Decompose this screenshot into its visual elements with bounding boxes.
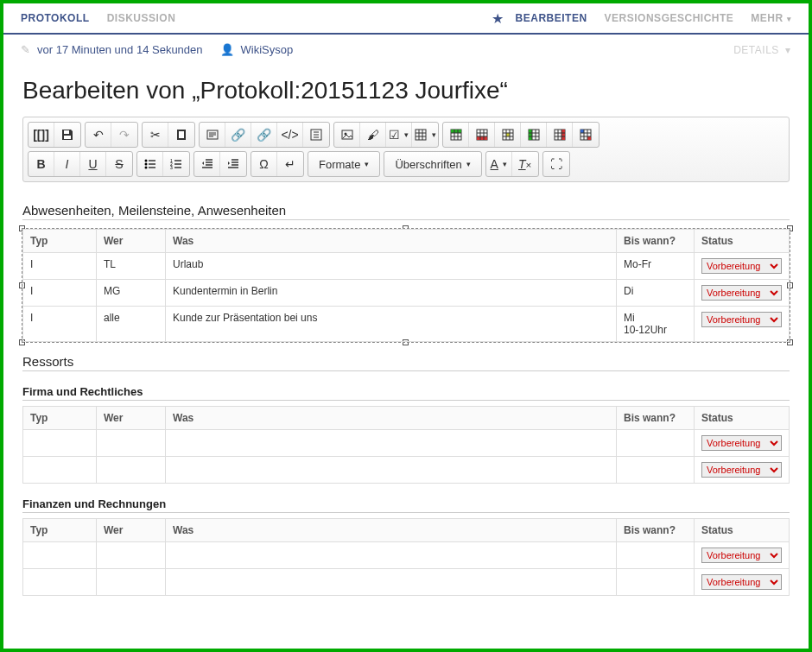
table-firma[interactable]: Typ Wer Was Bis wann? Status Vorbereitun… <box>22 406 790 484</box>
save-button[interactable] <box>54 123 80 147</box>
table-row: Vorbereitung <box>23 457 790 484</box>
number-list-button[interactable]: 123 <box>163 152 189 176</box>
svg-rect-1 <box>64 136 71 139</box>
svg-rect-12 <box>477 136 487 140</box>
checkbox-button[interactable]: ☑▾ <box>386 123 412 147</box>
undo-button[interactable]: ↶ <box>86 123 111 147</box>
indent-button[interactable] <box>220 152 246 176</box>
table-button[interactable]: ▾ <box>412 123 438 147</box>
italic-button[interactable]: I <box>54 152 80 176</box>
special-char-button[interactable]: Ω <box>251 152 277 176</box>
section-heading-firma: Firma und Rechtliches <box>22 385 790 401</box>
svg-rect-16 <box>529 130 532 140</box>
last-edit-time: vor 17 Minuten und 14 Sekunden <box>37 43 203 56</box>
svg-text:3: 3 <box>170 165 173 170</box>
status-select[interactable]: Vorbereitung <box>701 462 782 478</box>
table-row[interactable]: IMGKundentermin in BerlinDiVorbereitung <box>23 280 790 307</box>
svg-rect-8 <box>416 130 426 140</box>
tab-bearbeiten[interactable]: BEARBEITEN <box>507 12 596 24</box>
table-row[interactable]: IalleKunde zur Präsentation bei unsMi 10… <box>23 307 790 342</box>
svg-point-22 <box>144 160 147 162</box>
bullet-list-button[interactable] <box>137 152 163 176</box>
status-select[interactable]: Vorbereitung <box>701 312 782 327</box>
svg-rect-18 <box>561 130 565 140</box>
image-button[interactable] <box>334 123 360 147</box>
meta-bar: ✎ vor 17 Minuten und 14 Sekunden 👤 WikiS… <box>3 35 809 65</box>
editor-body[interactable]: Abwesenheiten, Meilensteine, Anwesenheit… <box>3 182 809 605</box>
avatar-icon: 👤 <box>220 43 234 56</box>
status-select[interactable]: Vorbereitung <box>701 548 782 563</box>
link-button[interactable]: 🔗 <box>225 123 251 147</box>
svg-point-23 <box>144 163 147 166</box>
section-heading-finanzen: Finanzen und Rechnungen <box>22 497 790 513</box>
svg-rect-10 <box>451 130 461 133</box>
svg-rect-3 <box>179 131 184 138</box>
outdent-button[interactable] <box>194 152 220 176</box>
source-button[interactable]: [[]] <box>29 123 54 147</box>
clear-format-button[interactable]: T× <box>512 152 538 176</box>
unlink-button[interactable]: 🔗 <box>251 123 277 147</box>
th-was: Was <box>166 230 617 253</box>
status-select[interactable]: Vorbereitung <box>701 258 782 274</box>
table-blue-button[interactable] <box>573 123 599 147</box>
signature-button[interactable] <box>200 123 225 147</box>
text-color-button[interactable]: A▾ <box>486 152 512 176</box>
status-select[interactable]: Vorbereitung <box>701 574 782 590</box>
strike-button[interactable]: S <box>106 152 132 176</box>
section-heading-ressorts: Ressorts <box>22 354 790 371</box>
table-red1-button[interactable] <box>469 123 495 147</box>
status-select[interactable]: Vorbereitung <box>701 435 782 451</box>
table-yellow-button[interactable] <box>495 123 521 147</box>
checklist-button[interactable] <box>303 123 329 147</box>
svg-rect-21 <box>587 136 591 140</box>
page-tabs: PROTOKOLL DISKUSSION ★ BEARBEITEN VERSIO… <box>3 3 809 35</box>
svg-rect-14 <box>506 133 510 136</box>
table-row[interactable]: ITLUrlaubMo-FrVorbereitung <box>23 253 790 280</box>
table-finanzen[interactable]: Typ Wer Was Bis wann? Status Vorbereitun… <box>22 518 790 596</box>
th-bis: Bis wann? <box>617 230 695 253</box>
paste-button[interactable] <box>168 123 194 147</box>
pencil-icon: ✎ <box>21 43 30 56</box>
code-button[interactable]: </> <box>277 123 303 147</box>
underline-button[interactable]: U <box>80 152 106 176</box>
th-typ: Typ <box>23 230 97 253</box>
tab-diskussion[interactable]: DISKUSSION <box>98 12 185 24</box>
svg-rect-0 <box>64 130 69 134</box>
cut-button[interactable]: ✂ <box>143 123 168 147</box>
ueberschriften-dropdown[interactable]: Überschriften▾ <box>384 152 480 176</box>
section-heading-abwesenheiten: Abwesenheiten, Meilensteine, Anwesenheit… <box>22 203 790 220</box>
enter-button[interactable]: ↵ <box>277 152 303 176</box>
table-row: Vorbereitung <box>23 569 790 596</box>
editor-toolbar: [[]] ↶ ↷ ✂ 🔗 🔗 </> 🖌 ☑▾ ▾ <box>22 117 790 182</box>
tab-mehr[interactable]: MEHR ▾ <box>742 12 800 24</box>
tab-versionsgeschichte[interactable]: VERSIONSGESCHICHTE <box>596 12 743 24</box>
brush-button[interactable]: 🖌 <box>360 123 386 147</box>
star-icon[interactable]: ★ <box>492 10 504 27</box>
table-abwesenheiten[interactable]: Typ Wer Was Bis wann? Status ITLUrlaubMo… <box>22 229 790 342</box>
th-wer: Wer <box>97 230 166 253</box>
table-row: Vorbereitung <box>23 430 790 457</box>
redo-button[interactable]: ↷ <box>111 123 137 147</box>
bold-button[interactable]: B <box>29 152 54 176</box>
tab-protokoll[interactable]: PROTOKOLL <box>12 12 98 24</box>
table-row: Vorbereitung <box>23 542 790 569</box>
status-select[interactable]: Vorbereitung <box>701 285 782 301</box>
page-title: Bearbeiten von „Protokoll:20151123 Jourf… <box>3 65 809 110</box>
th-status: Status <box>695 230 790 253</box>
svg-point-24 <box>144 167 147 169</box>
formate-dropdown[interactable]: Formate▾ <box>308 152 379 176</box>
table-green1-button[interactable] <box>443 123 469 147</box>
last-edit-user[interactable]: WikiSysop <box>241 43 294 56</box>
table-red2-button[interactable] <box>547 123 573 147</box>
svg-rect-20 <box>580 130 584 133</box>
details-toggle[interactable]: DETAILS ▾ <box>733 44 791 56</box>
table-green2-button[interactable] <box>521 123 547 147</box>
fullscreen-button[interactable]: ⛶ <box>543 152 569 176</box>
